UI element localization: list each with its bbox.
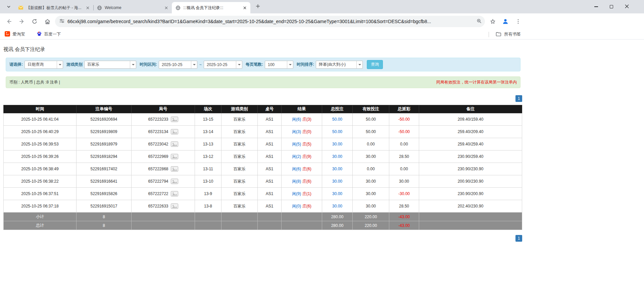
- result-player: 闲(3): [292, 129, 301, 134]
- cell-valid-bet: 30.00: [353, 175, 389, 188]
- tab-title: Welcome: [105, 5, 161, 10]
- tab-strip: 【新提醒】杨雪儿的帖子 - 海... Welcome :::视讯 会员下注纪录:…: [0, 0, 644, 13]
- cell-total-bet: 30.00: [322, 200, 353, 213]
- game-result-icon[interactable]: [171, 179, 178, 184]
- page-1-button[interactable]: 1: [515, 235, 522, 242]
- table-row: 2025-10-25 06:37:18 522916915017 6572226…: [4, 200, 522, 213]
- total-bet-link[interactable]: 50.00: [332, 129, 342, 134]
- cell-table-no: AS1: [258, 113, 282, 126]
- cell-result: 闲(2)庄(9): [282, 151, 322, 163]
- address-bar[interactable]: 66cxkj98.com/game/betrecord_search/kind3…: [55, 16, 485, 27]
- total-bet-link[interactable]: 30.00: [332, 191, 342, 196]
- table-row: 2025-10-25 06:40:29 522916919809 6572231…: [4, 126, 522, 138]
- cell-game-type: 百家乐: [221, 175, 258, 188]
- game-result-icon[interactable]: [171, 141, 178, 147]
- cell-note: 209.40/159.40: [419, 113, 522, 126]
- window-close-button[interactable]: [619, 0, 635, 13]
- tab-close-icon[interactable]: [163, 5, 169, 11]
- result-banker: 庄(5): [302, 142, 311, 146]
- search-button[interactable]: 查询: [367, 60, 383, 69]
- table-row: 2025-10-25 06:37:51 522916915826 6572227…: [4, 188, 522, 200]
- cell-result: 闲(5)庄(5): [282, 138, 322, 151]
- cell-table-no: AS1: [258, 138, 282, 151]
- game-result-icon[interactable]: [171, 191, 178, 196]
- subtotal-total-bet: 280.00: [322, 213, 353, 221]
- per-page-select[interactable]: 100: [265, 61, 293, 69]
- dropdown-arrow-icon: [236, 61, 242, 68]
- page-1-button[interactable]: 1: [515, 95, 522, 102]
- site-settings-icon[interactable]: [59, 18, 65, 25]
- home-button[interactable]: [42, 16, 53, 27]
- globe-favicon-icon: [97, 5, 102, 10]
- total-bet-link[interactable]: 30.00: [332, 204, 342, 208]
- zoom-icon[interactable]: [476, 18, 482, 25]
- bookmark-baidu[interactable]: 百度一下: [35, 31, 62, 38]
- cell-game-type: 百家乐: [221, 151, 258, 163]
- tab-close-icon[interactable]: [242, 5, 248, 11]
- date-start-value: 2025-10-25: [159, 62, 191, 67]
- tab-welcome[interactable]: Welcome: [93, 2, 172, 13]
- cell-total-bet: 30.00: [322, 151, 353, 163]
- window-minimize-button[interactable]: [588, 0, 604, 13]
- cell-payout: 0.00: [389, 138, 419, 151]
- new-tab-button[interactable]: [253, 2, 262, 11]
- cell-valid-bet: 50.00: [353, 113, 389, 126]
- game-result-icon[interactable]: [171, 154, 178, 159]
- game-result-icon[interactable]: [171, 166, 178, 172]
- game-type-select[interactable]: 百家乐: [84, 61, 136, 69]
- bookmark-star-icon[interactable]: [487, 16, 498, 27]
- folder-icon: [496, 31, 501, 38]
- tab-forum-post[interactable]: 【新提醒】杨雪儿的帖子 - 海...: [15, 2, 93, 13]
- subtotal-valid-bet: 220.00: [353, 213, 389, 221]
- cell-empty: [132, 221, 195, 230]
- date-end-select[interactable]: 2025-10-25: [204, 61, 242, 69]
- forward-button[interactable]: [16, 16, 27, 27]
- total-valid-bet: 220.00: [353, 221, 389, 230]
- tab-close-icon[interactable]: [85, 5, 91, 11]
- game-result-icon[interactable]: [171, 117, 178, 122]
- cell-total-bet: 50.00: [322, 113, 353, 126]
- baidu-paw-icon: [37, 31, 42, 38]
- game-result-icon[interactable]: [171, 203, 178, 209]
- date-end-value: 2025-10-25: [204, 62, 236, 67]
- reload-button[interactable]: [29, 16, 40, 27]
- result-player: 闲(8): [292, 179, 301, 184]
- cell-game-type: 百家乐: [221, 138, 258, 151]
- browser-menu-icon[interactable]: [513, 16, 524, 27]
- pagination-bottom: 1: [3, 235, 522, 242]
- sort-select[interactable]: 降幂(由大到小): [316, 61, 363, 69]
- subtotal-payout: -43.00: [389, 213, 419, 221]
- cell-round: 657222722: [132, 188, 195, 200]
- total-bet-link[interactable]: 30.00: [332, 142, 342, 146]
- cell-round: 657222868: [132, 163, 195, 175]
- url-text[interactable]: 66cxkj98.com/game/betrecord_search/kind3…: [67, 19, 474, 24]
- plus-icon: [256, 4, 260, 9]
- date-range-tilde: ~: [199, 62, 202, 67]
- date-range-label: 时间区间:: [140, 62, 157, 67]
- per-page-value: 100: [265, 62, 287, 67]
- cell-table-no: AS1: [258, 126, 282, 138]
- total-bet-link[interactable]: 30.00: [332, 154, 342, 159]
- game-result-icon[interactable]: [171, 129, 178, 134]
- profile-avatar[interactable]: [500, 16, 511, 27]
- query-type-select[interactable]: 日期查询: [24, 61, 63, 69]
- bookmark-aitaobao[interactable]: 爱淘宝: [3, 31, 27, 38]
- cell-result: 闲(3)庄(0): [282, 126, 322, 138]
- total-bet-link[interactable]: 30.00: [332, 179, 342, 184]
- result-banker: 庄(9): [302, 154, 311, 159]
- back-button[interactable]: [4, 16, 14, 27]
- window-maximize-button[interactable]: [604, 0, 619, 13]
- tab-bet-records[interactable]: :::视讯 会员下注纪录:::: [172, 2, 250, 13]
- cell-session: 13-11: [195, 163, 221, 175]
- cell-round: 657222969: [132, 151, 195, 163]
- dropdown-arrow-icon: [130, 61, 136, 68]
- cell-table-no: AS1: [258, 175, 282, 188]
- total-bet-link[interactable]: 30.00: [332, 167, 342, 171]
- round-number: 657222868: [148, 167, 168, 171]
- date-start-select[interactable]: 2025-10-25: [159, 61, 197, 69]
- all-bookmarks-button[interactable]: 所有书签: [489, 31, 521, 38]
- table-row: 2025-10-25 06:41:04 522916920694 6572232…: [4, 113, 522, 126]
- tab-search-button[interactable]: [4, 2, 13, 12]
- total-bet-link[interactable]: 50.00: [332, 117, 342, 122]
- sort-value: 降幂(由大到小): [316, 62, 356, 67]
